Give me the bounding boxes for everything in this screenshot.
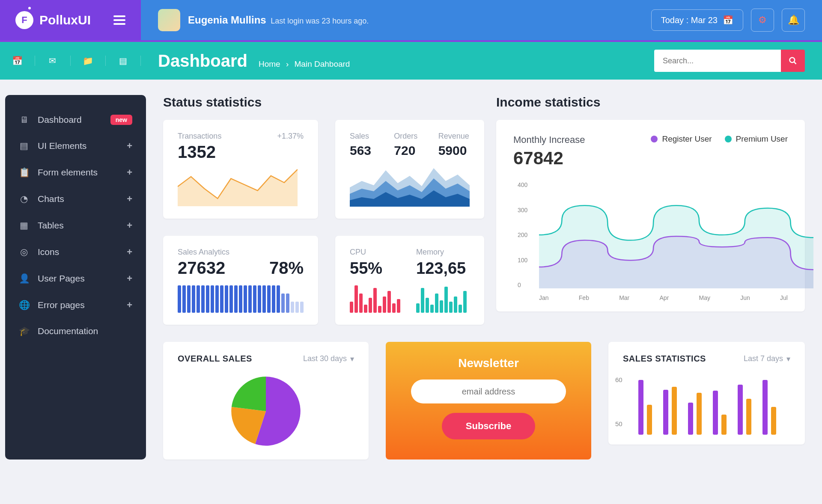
sidebar-item-label: Error pages bbox=[38, 300, 85, 310]
sidebar-item-tables[interactable]: ▦Tables + bbox=[5, 212, 146, 239]
income-value: 67842 bbox=[513, 148, 585, 169]
sor-area-chart bbox=[350, 164, 470, 207]
sales-stats-bars bbox=[638, 375, 790, 435]
search-icon bbox=[789, 56, 797, 65]
revenue-label: Revenue bbox=[438, 132, 470, 141]
chevron-right-icon: › bbox=[286, 59, 289, 68]
plus-icon: + bbox=[127, 140, 132, 151]
list-icon: ▤ bbox=[19, 141, 29, 151]
card-sales-statistics: SALES STATISTICS Last 7 days ▾ 6050 bbox=[608, 342, 805, 445]
topbar: F PolluxUI Eugenia Mullins Last login wa… bbox=[0, 0, 822, 42]
sidebar-item-dashboard[interactable]: 🖥Dashboard new bbox=[5, 107, 146, 133]
body: 🖥Dashboard new ▤UI Elements + 📋Form elem… bbox=[0, 80, 822, 475]
card-transactions: Transactions +1.37% 1352 bbox=[163, 120, 318, 219]
analytics-value: 27632 bbox=[178, 258, 225, 278]
date-picker-button[interactable]: Today : Mar 23 📅 bbox=[651, 9, 743, 31]
breadcrumb-home[interactable]: Home bbox=[259, 59, 280, 68]
revenue-value: 5900 bbox=[438, 143, 470, 158]
shortcut-folder[interactable]: 📁 bbox=[71, 56, 106, 66]
topbar-main: Eugenia Mullins Last login was 23 hours … bbox=[141, 0, 822, 40]
legend-register: Register User bbox=[662, 134, 712, 144]
plus-icon: + bbox=[127, 273, 132, 284]
overall-sales-title: OVERALL SALES bbox=[178, 354, 252, 364]
card-income: Monthly Increase 67842 Register User Pre… bbox=[496, 120, 805, 311]
breadcrumb: Home › Main Dahboard bbox=[259, 59, 350, 69]
newsletter-email-input[interactable] bbox=[411, 379, 566, 403]
sidebar-item-ui-elements[interactable]: ▤UI Elements + bbox=[5, 133, 146, 159]
last-login-text: Last login was 23 hours ago. bbox=[271, 17, 369, 25]
subscribe-button[interactable]: Subscribe bbox=[442, 413, 535, 439]
bottom-row: OVERALL SALES Last 30 days ▾ Newsletter … bbox=[163, 342, 805, 460]
notifications-button[interactable]: 🔔 bbox=[782, 9, 805, 32]
legend-premium: Premium User bbox=[736, 134, 788, 144]
sidebar-item-error-pages[interactable]: 🌐Error pages + bbox=[5, 292, 146, 318]
analytics-pct: 78% bbox=[269, 258, 304, 278]
range-selector[interactable]: Last 7 days ▾ bbox=[744, 354, 790, 364]
monitor-icon: 🖥 bbox=[19, 115, 29, 125]
grid-icon: ▦ bbox=[19, 220, 29, 231]
income-label: Monthly Increase bbox=[513, 134, 585, 145]
brand-logo-icon: F bbox=[15, 11, 33, 29]
plus-icon: + bbox=[127, 299, 132, 311]
sidebar: 🖥Dashboard new ▤UI Elements + 📋Form elem… bbox=[5, 95, 146, 460]
sidebar-item-user-pages[interactable]: 👤User Pages + bbox=[5, 265, 146, 292]
sidebar-item-label: Tables bbox=[38, 220, 64, 231]
content: Status statistics Transactions +1.37% 13… bbox=[163, 95, 805, 460]
cpu-barchart bbox=[350, 285, 403, 313]
sidebar-item-form-elements[interactable]: 📋Form elements + bbox=[5, 159, 146, 186]
mail-icon: ✉ bbox=[49, 56, 56, 66]
plus-icon: + bbox=[127, 167, 132, 178]
range-selector[interactable]: Last 30 days ▾ bbox=[303, 354, 354, 364]
pie-chart-icon: ◔ bbox=[19, 194, 29, 204]
sidebar-item-icons[interactable]: ◎Icons + bbox=[5, 239, 146, 265]
transactions-value: 1352 bbox=[178, 142, 304, 162]
newsletter-title: Newsletter bbox=[400, 356, 577, 370]
folder-icon: 📁 bbox=[83, 56, 93, 66]
transactions-label: Transactions bbox=[178, 132, 221, 140]
search-button[interactable] bbox=[781, 50, 805, 72]
brand[interactable]: F PolluxUI bbox=[15, 11, 91, 29]
card-sales-analytics: Sales Analytics 27632 78% bbox=[163, 236, 318, 325]
sales-value: 563 bbox=[350, 143, 381, 158]
dot-icon bbox=[651, 136, 658, 142]
income-legend: Register User Premium User bbox=[651, 134, 788, 144]
sidebar-item-label: Dashboard bbox=[38, 115, 82, 125]
search-input[interactable] bbox=[654, 50, 781, 72]
sidebar-item-label: User Pages bbox=[38, 273, 85, 284]
plus-icon: + bbox=[127, 246, 132, 258]
range-label: Last 30 days bbox=[303, 354, 347, 363]
date-label: Today : Mar 23 bbox=[661, 15, 718, 25]
settings-button[interactable]: ⚙ bbox=[751, 9, 774, 32]
transactions-sparkline bbox=[178, 168, 298, 206]
user-block[interactable]: Eugenia Mullins Last login was 23 hours … bbox=[158, 9, 369, 31]
calendar-icon: 📅 bbox=[723, 15, 733, 25]
sales-label: Sales bbox=[350, 132, 381, 141]
chevron-down-icon: ▾ bbox=[350, 354, 354, 364]
status-section: Status statistics Transactions +1.37% 13… bbox=[163, 95, 479, 325]
card-sales-orders-revenue: Sales563 Orders720 Revenue5900 bbox=[335, 120, 484, 219]
globe-icon: 🌐 bbox=[19, 300, 29, 310]
card-system: CPU 55% Memory 123,65 bbox=[335, 236, 484, 325]
analytics-barchart bbox=[178, 285, 304, 313]
range-label: Last 7 days bbox=[744, 354, 783, 363]
bell-icon: 🔔 bbox=[788, 15, 799, 26]
shortcut-document[interactable]: ▤ bbox=[106, 56, 141, 66]
memory-value: 123,65 bbox=[416, 259, 470, 278]
income-title: Income statistics bbox=[496, 95, 805, 110]
sidebar-item-charts[interactable]: ◔Charts + bbox=[5, 186, 146, 212]
clipboard-icon: 📋 bbox=[19, 167, 29, 178]
chevron-down-icon: ▾ bbox=[786, 354, 790, 364]
hamburger-icon[interactable] bbox=[113, 13, 125, 27]
avatar bbox=[158, 9, 180, 31]
income-x-axis: JanFebMarAprMayJunJul bbox=[539, 294, 788, 301]
user-plus-icon: 👤 bbox=[19, 273, 29, 284]
shortcut-mail[interactable]: ✉ bbox=[35, 56, 70, 66]
analytics-label: Sales Analytics bbox=[178, 248, 229, 256]
sidebar-item-documentation[interactable]: 🎓Documentation bbox=[5, 318, 146, 344]
cpu-value: 55% bbox=[350, 259, 403, 278]
orders-value: 720 bbox=[394, 143, 425, 158]
shortcut-calendar[interactable]: 📅 bbox=[0, 56, 35, 66]
overall-sales-pie bbox=[219, 375, 313, 448]
shortcut-strip: 📅 ✉ 📁 ▤ bbox=[0, 56, 141, 66]
sidebar-item-label: Charts bbox=[38, 194, 64, 204]
